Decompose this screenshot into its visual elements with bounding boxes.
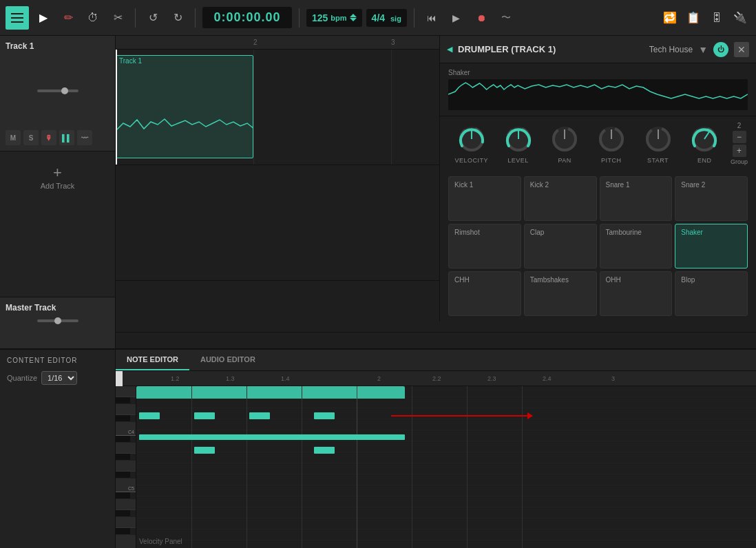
pad-kick1[interactable]: Kick 1 [448, 176, 521, 221]
piano-key-low[interactable] [116, 492, 130, 499]
record-button[interactable]: ⏺ [471, 8, 492, 28]
drumpler-preset-arrow[interactable]: ▼ [698, 44, 708, 55]
piano-key-eb4[interactable] [116, 397, 130, 404]
pad-rimshot[interactable]: Rimshot [448, 224, 521, 268]
pad-kick2[interactable]: Kick 2 [524, 176, 597, 221]
piano-key-bb3[interactable] [116, 443, 136, 454]
export-button[interactable]: 📋 [683, 8, 704, 28]
bpm-down-arrow[interactable] [350, 18, 357, 21]
editor-playhead-marker [116, 371, 123, 386]
ruler-mark-3: 3 [391, 39, 395, 46]
drumpler-close-button[interactable]: ✕ [734, 42, 749, 57]
group-controls: 2 − + Group [731, 122, 748, 165]
track1-record-button[interactable]: 🎙 [41, 130, 56, 145]
pan-knob[interactable] [549, 124, 580, 154]
group-plus-button[interactable]: + [733, 145, 746, 157]
pad-snare2[interactable]: Snare 2 [675, 176, 748, 221]
select-tool-button[interactable]: ▶ [33, 8, 54, 28]
loop-button[interactable]: 〜 [496, 8, 516, 28]
quantize-select[interactable]: 1/16 1/8 1/4 1/32 [41, 371, 77, 385]
loop-toggle-button[interactable]: 🔁 [660, 8, 680, 28]
piano-key-b3[interactable] [116, 436, 130, 443]
pad-chh[interactable]: CHH [448, 271, 521, 316]
pad-tambshakes[interactable]: Tambshakes [524, 271, 597, 316]
group-minus-button[interactable]: − [733, 131, 746, 143]
separator-4 [414, 8, 414, 28]
piano-key-low2[interactable] [116, 499, 136, 510]
note-lower-1[interactable] [194, 447, 215, 454]
knobs-row: VELOCITY LEVEL PAN [440, 116, 756, 171]
track1-solo-button[interactable]: S [23, 130, 39, 145]
pad-blop[interactable]: Blop [675, 271, 748, 316]
pitch-knob-label: PITCH [601, 157, 622, 164]
ruler-1-4: 1.4 [281, 375, 290, 382]
velocity-knob[interactable] [456, 124, 487, 154]
redo-button[interactable]: ↻ [167, 8, 188, 28]
piano-key-ab3[interactable] [116, 461, 136, 472]
master-volume-slider[interactable] [37, 319, 78, 322]
track1-volume-slider[interactable] [37, 89, 78, 92]
vgrid-1 [191, 386, 192, 548]
track1-automation-button[interactable]: 〰 [77, 130, 92, 145]
note-c4-1[interactable] [139, 412, 160, 419]
note-long-1[interactable] [139, 434, 405, 440]
draw-tool-button[interactable]: ✏ [58, 8, 78, 28]
drumpler-nav-prev[interactable]: ◀ [447, 45, 452, 54]
piano-key-low3[interactable] [116, 510, 130, 517]
piano-key-db4[interactable] [116, 415, 130, 422]
ruler-2-3: 2.3 [487, 375, 496, 382]
settings-button[interactable]: 🎛 [706, 8, 727, 28]
piano-key-c4[interactable]: C4 [116, 422, 136, 436]
sig-label: sig [390, 14, 401, 23]
start-knob[interactable] [643, 124, 673, 154]
pads-grid: Kick 1 Kick 2 Snare 1 Snare 2 Rimshot Cl… [440, 171, 756, 322]
piano-key-e4[interactable] [116, 386, 136, 397]
piano-key-d4[interactable] [116, 404, 136, 415]
pad-ohh[interactable]: OHH [600, 271, 673, 316]
piano-key-c5-area[interactable]: C5 [116, 478, 136, 492]
play-button[interactable]: ▶ [446, 8, 467, 28]
note-lower-2[interactable] [314, 447, 335, 454]
piano-key-low4[interactable] [116, 517, 136, 528]
piano-key-low5[interactable] [116, 528, 130, 535]
note-c4-2[interactable] [194, 412, 215, 419]
knob-start: START [635, 124, 682, 164]
undo-button[interactable]: ↺ [143, 8, 163, 28]
end-knob[interactable] [689, 124, 720, 154]
pad-tambourine[interactable]: Tambourine [600, 224, 673, 268]
pitch-knob[interactable] [596, 124, 627, 154]
bpm-up-arrow[interactable] [350, 14, 357, 17]
master-track-name: Master Track [6, 303, 109, 313]
track1-mute-button[interactable]: M [6, 130, 21, 145]
add-track-area[interactable]: + Add Track [0, 151, 115, 297]
track1-clip[interactable]: Track 1 [116, 55, 253, 158]
plugin-button[interactable]: 🔌 [730, 8, 750, 28]
note-c4-4[interactable] [314, 412, 335, 419]
master-track-header: Master Track [0, 297, 115, 348]
goto-start-button[interactable]: ⏮ [421, 8, 442, 28]
cut-tool-button[interactable]: ✂ [107, 8, 128, 28]
bpm-display: 125 bpm [306, 9, 362, 27]
track1-eq-button[interactable]: ▌▌ [59, 130, 74, 145]
pad-shaker[interactable]: Shaker [675, 224, 748, 268]
separator-2 [195, 8, 196, 28]
piano-key-g3[interactable] [116, 472, 130, 478]
toolbar: ▶ ✏ ⏱ ✂ ↺ ↻ 0:00:00.00 125 bpm 4/4 sig ⏮… [0, 0, 756, 36]
pad-clap[interactable]: Clap [524, 224, 597, 268]
drumpler-power-button[interactable]: ⏻ [713, 42, 728, 57]
note-grid[interactable]: Velocity Panel [136, 386, 756, 548]
note-c4-3[interactable] [249, 412, 270, 419]
piano-key-a3[interactable] [116, 454, 130, 461]
c4-label: C4 [128, 430, 134, 434]
vgrid-5 [412, 386, 412, 548]
piano-keys: C4 C5 [116, 386, 136, 548]
clock-tool-button[interactable]: ⏱ [83, 8, 103, 28]
menu-button[interactable] [6, 6, 29, 30]
pad-snare1[interactable]: Snare 1 [600, 176, 673, 221]
piano-key-low6[interactable] [116, 535, 136, 548]
ruler-3: 3 [611, 375, 615, 382]
level-knob[interactable] [503, 124, 534, 154]
ruler-mark-2: 2 [253, 39, 258, 46]
tab-audio-editor[interactable]: AUDIO EDITOR [189, 350, 266, 370]
tab-note-editor[interactable]: NOTE EDITOR [116, 350, 189, 370]
